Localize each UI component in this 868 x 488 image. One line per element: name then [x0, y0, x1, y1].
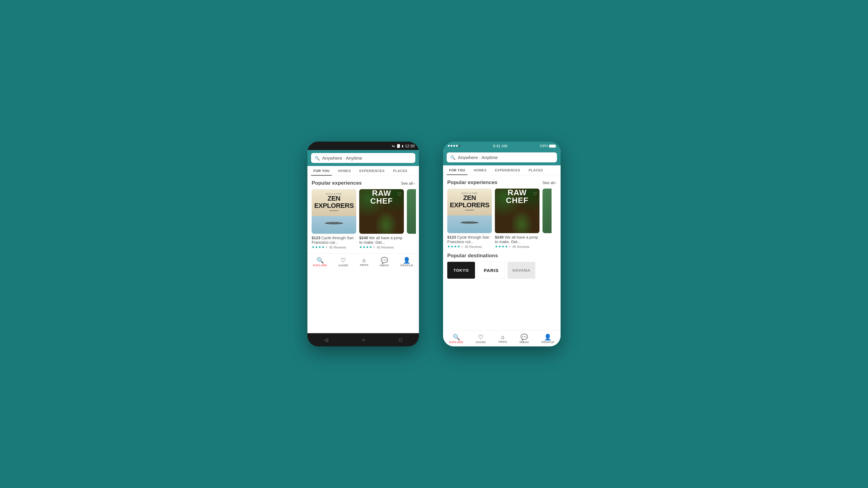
android-status-bar: ▾▴ ▐▊ ▮ 12:30: [307, 141, 419, 150]
back-button[interactable]: ◁: [324, 337, 328, 343]
tab-profile[interactable]: 👤 PROFILE: [401, 257, 413, 267]
battery-icon: ▮: [402, 144, 404, 148]
ios-tab-places[interactable]: PLACES: [526, 165, 546, 175]
ios-tab-explore[interactable]: 🔍 EXPLORE: [450, 334, 464, 344]
ios-destinations-row: TOKYO PARIS HAVANA: [443, 262, 561, 279]
android-time: 12:30: [405, 144, 415, 148]
android-card-partial: ♡: [407, 189, 416, 249]
tab-homes[interactable]: HOMES: [336, 166, 353, 175]
ios-search-input[interactable]: 🔍 Anywhere · Anytime: [447, 153, 557, 162]
ios-time: 9:41 AM: [493, 144, 507, 148]
tab-inbox[interactable]: 💬 INBOX: [380, 257, 389, 267]
android-section-header: Popular experiences See all ›: [307, 180, 419, 189]
android-search-text: Anywhere · Anytime: [322, 156, 362, 161]
ios-zen-price: $123 Cycle through San Francisco cul...: [447, 235, 492, 244]
ios-tab-experiences[interactable]: EXPERIENCES: [493, 165, 523, 175]
tab-experiences[interactable]: EXPERIENCES: [357, 166, 387, 175]
dot-3: [453, 145, 455, 147]
inbox-label: INBOX: [380, 264, 389, 267]
android-card-zen[interactable]: NICKI & PAM ZEN EXPLORERS: [312, 189, 356, 249]
wifi-icon: ▾▴: [392, 144, 395, 148]
tokyo-label: TOKYO: [454, 268, 469, 272]
recent-button[interactable]: □: [399, 337, 402, 343]
ios-cards-row: NICKI & PAM ZEN EXPLORERS: [443, 189, 561, 249]
dest-havana[interactable]: HAVANA: [507, 262, 535, 279]
android-nav-tabs: FOR YOU HOMES EXPERIENCES PLACES: [307, 166, 419, 176]
android-see-all[interactable]: See all ›: [401, 181, 415, 186]
saved-label: SAVED: [338, 264, 348, 267]
android-zen-image: NICKI & PAM ZEN EXPLORERS: [312, 189, 356, 234]
zen-title: ZEN EXPLORERS: [314, 195, 353, 209]
ios-zen-image: NICKI & PAM ZEN EXPLORERS: [447, 189, 492, 233]
ios-profile-label: PROFILE: [541, 341, 555, 344]
ios-tab-saved[interactable]: ♡ SAVED: [476, 334, 486, 344]
ios-search-icon: 🔍: [450, 155, 456, 160]
paris-label: PARIS: [484, 268, 499, 273]
android-nav-bar: ◁ ○ □: [307, 333, 419, 347]
android-zen-price: $123 Cycle through San Francisco cul...: [312, 235, 356, 245]
android-search-input[interactable]: 🔍 Anywhere · Anytime: [311, 153, 415, 163]
ios-tab-for-you[interactable]: FOR YOU: [447, 165, 467, 175]
ios-raw-price: $240 We all have a jump to make. Get...: [495, 235, 539, 244]
tab-explore[interactable]: 🔍 EXPLORE: [313, 257, 327, 267]
ios-tab-inbox[interactable]: 💬 INBOX: [520, 334, 529, 344]
android-raw-image: NICOLAS RAW CHEF ♡: [359, 189, 404, 234]
svg-point-3: [330, 222, 332, 223]
ios-chevron-right-icon: ›: [555, 181, 556, 185]
android-content: Popular experiences See all › NICKI & PA…: [307, 176, 419, 253]
android-search-bar-container: 🔍 Anywhere · Anytime: [307, 150, 419, 166]
tab-for-you[interactable]: FOR YOU: [311, 166, 332, 175]
ios-tab-profile[interactable]: 👤 PROFILE: [541, 334, 555, 344]
android-raw-price: $240 We all have a jump to make. Get...: [359, 235, 404, 245]
ios-zen-stars: ★★★★★ 45 Reviews: [447, 245, 492, 249]
ios-zen-title: ZEN EXPLORERS: [450, 194, 489, 209]
tab-saved[interactable]: ♡ SAVED: [338, 257, 348, 267]
ios-explore-icon: 🔍: [453, 334, 460, 340]
ios-tab-homes[interactable]: HOMES: [471, 165, 489, 175]
raw-title: RAW CHEF: [359, 189, 404, 205]
profile-label: PROFILE: [401, 264, 413, 267]
android-section-title: Popular experiences: [312, 180, 362, 186]
dest-paris[interactable]: PARIS: [477, 262, 505, 279]
ios-card-zen[interactable]: NICKI & PAM ZEN EXPLORERS: [447, 189, 492, 249]
svg-point-10: [469, 221, 470, 222]
havana-label: HAVANA: [513, 268, 530, 272]
ios-tab-bar: 🔍 EXPLORE ♡ SAVED ⌂ TRIPS 💬 INBOX 👤 PROF…: [443, 330, 561, 347]
home-button[interactable]: ○: [362, 337, 365, 343]
android-cards-row: NICKI & PAM ZEN EXPLORERS: [307, 189, 419, 249]
ios-raw-stars: ★★★★★ 45 Reviews: [495, 245, 539, 249]
ios-nav-tabs: FOR YOU HOMES EXPERIENCES PLACES: [443, 165, 561, 175]
inbox-icon: 💬: [381, 257, 388, 263]
ios-screen: 🔍 Anywhere · Anytime FOR YOU HOMES EXPER…: [443, 150, 561, 347]
ios-search-text: Anywhere · Anytime: [458, 155, 498, 160]
svg-point-2: [327, 222, 329, 223]
svg-point-4: [333, 222, 335, 223]
ios-card-partial: [542, 189, 552, 249]
ios-search-bar-container: 🔍 Anywhere · Anytime: [443, 150, 561, 165]
ios-destinations-title: Popular destinations: [443, 253, 561, 262]
dot-1: [448, 145, 450, 147]
ios-inbox-label: INBOX: [520, 341, 529, 344]
trips-icon: ⌂: [362, 258, 366, 263]
dest-tokyo[interactable]: TOKYO: [447, 262, 475, 279]
ios-inbox-icon: 💬: [521, 334, 528, 340]
ios-see-all[interactable]: See all ›: [542, 181, 556, 185]
dot-4: [456, 145, 458, 147]
android-raw-stars: ★★★★★ 45 Reviews: [359, 245, 404, 249]
ios-content: Popular experiences See all › NICKI & PA…: [443, 175, 561, 283]
tab-trips[interactable]: ⌂ TRIPS: [360, 258, 368, 267]
ios-trips-icon: ⌂: [501, 334, 504, 340]
chevron-right-icon: ›: [413, 181, 415, 186]
ios-section-header: Popular experiences See all ›: [443, 180, 561, 189]
tab-places[interactable]: PLACES: [391, 166, 410, 175]
svg-point-5: [336, 222, 338, 223]
dot-2: [451, 145, 453, 147]
ios-explore-label: EXPLORE: [450, 341, 464, 344]
ios-card-raw[interactable]: NICOLAS RAW CHEF ♡ $240 We all have a ju…: [495, 189, 539, 249]
android-card-raw[interactable]: NICOLAS RAW CHEF ♡ $240 We all have a ju…: [359, 189, 404, 249]
ios-tab-trips[interactable]: ⌂ TRIPS: [498, 334, 507, 344]
ios-raw-image: NICOLAS RAW CHEF ♡: [495, 189, 539, 233]
explore-label: EXPLORE: [313, 264, 327, 267]
dot-5: [459, 145, 461, 147]
ios-saved-icon: ♡: [478, 334, 484, 340]
